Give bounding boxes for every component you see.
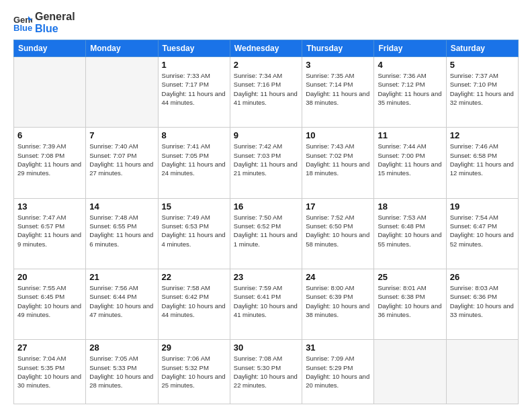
weekday-header-row: SundayMondayTuesdayWednesdayThursdayFrid…	[14, 40, 519, 57]
day-number: 3	[306, 60, 370, 70]
day-info: Sunrise: 7:53 AMSunset: 6:48 PMDaylight:…	[378, 213, 442, 248]
calendar-cell-15: 15Sunrise: 7:49 AMSunset: 6:53 PMDayligh…	[158, 198, 230, 269]
day-number: 9	[234, 130, 298, 140]
day-number: 14	[89, 201, 154, 212]
day-number: 28	[89, 342, 154, 353]
day-info: Sunrise: 7:47 AMSunset: 6:57 PMDaylight:…	[17, 213, 82, 248]
calendar-cell-4: 4Sunrise: 7:36 AMSunset: 7:12 PMDaylight…	[374, 57, 446, 128]
day-info: Sunrise: 7:39 AMSunset: 7:08 PMDaylight:…	[17, 142, 82, 177]
calendar-cell-30: 30Sunrise: 7:08 AMSunset: 5:30 PMDayligh…	[230, 340, 302, 404]
logo-line1: General	[35, 11, 75, 23]
day-number: 8	[162, 130, 226, 140]
calendar-cell-21: 21Sunrise: 7:56 AMSunset: 6:44 PMDayligh…	[86, 269, 158, 339]
page: General Blue General Blue SundayMondayTu…	[0, 0, 532, 411]
day-info: Sunrise: 7:56 AMSunset: 6:44 PMDaylight:…	[89, 283, 154, 319]
day-number: 13	[17, 201, 82, 212]
day-info: Sunrise: 7:46 AMSunset: 6:58 PMDaylight:…	[450, 142, 515, 177]
calendar-cell-20: 20Sunrise: 7:55 AMSunset: 6:45 PMDayligh…	[14, 269, 86, 339]
logo-icon: General Blue	[13, 13, 32, 32]
day-info: Sunrise: 7:05 AMSunset: 5:33 PMDaylight:…	[89, 354, 154, 390]
day-number: 20	[17, 272, 82, 282]
weekday-header-friday: Friday	[374, 40, 446, 57]
calendar-cell-28: 28Sunrise: 7:05 AMSunset: 5:33 PMDayligh…	[86, 340, 158, 404]
calendar-cell-2: 2Sunrise: 7:34 AMSunset: 7:16 PMDaylight…	[230, 57, 302, 128]
day-info: Sunrise: 7:04 AMSunset: 5:35 PMDaylight:…	[17, 354, 82, 390]
calendar-cell-8: 8Sunrise: 7:41 AMSunset: 7:05 PMDaylight…	[158, 128, 230, 198]
day-number: 11	[378, 130, 442, 140]
calendar-cell-27: 27Sunrise: 7:04 AMSunset: 5:35 PMDayligh…	[14, 340, 86, 404]
day-number: 10	[306, 130, 370, 140]
day-number: 1	[162, 60, 226, 70]
day-info: Sunrise: 8:01 AMSunset: 6:38 PMDaylight:…	[378, 283, 442, 319]
weekday-header-thursday: Thursday	[302, 40, 374, 57]
week-row-4: 20Sunrise: 7:55 AMSunset: 6:45 PMDayligh…	[14, 269, 519, 339]
day-info: Sunrise: 8:03 AMSunset: 6:36 PMDaylight:…	[450, 283, 515, 319]
day-number: 26	[450, 272, 515, 282]
calendar-cell-18: 18Sunrise: 7:53 AMSunset: 6:48 PMDayligh…	[374, 198, 446, 269]
calendar-cell-25: 25Sunrise: 8:01 AMSunset: 6:38 PMDayligh…	[374, 269, 446, 339]
calendar-cell-29: 29Sunrise: 7:06 AMSunset: 5:32 PMDayligh…	[158, 340, 230, 404]
day-info: Sunrise: 7:06 AMSunset: 5:32 PMDaylight:…	[162, 354, 226, 390]
day-info: Sunrise: 7:44 AMSunset: 7:00 PMDaylight:…	[378, 142, 442, 177]
calendar-cell-11: 11Sunrise: 7:44 AMSunset: 7:00 PMDayligh…	[374, 128, 446, 198]
calendar-cell-3: 3Sunrise: 7:35 AMSunset: 7:14 PMDaylight…	[302, 57, 374, 128]
day-info: Sunrise: 7:43 AMSunset: 7:02 PMDaylight:…	[306, 142, 370, 177]
logo-line2: Blue	[35, 23, 75, 35]
day-info: Sunrise: 8:00 AMSunset: 6:39 PMDaylight:…	[306, 283, 370, 319]
day-number: 29	[162, 342, 226, 353]
day-number: 24	[306, 272, 370, 282]
calendar-cell-31: 31Sunrise: 7:09 AMSunset: 5:29 PMDayligh…	[302, 340, 374, 404]
calendar-cell-empty	[86, 57, 158, 128]
calendar-cell-23: 23Sunrise: 7:59 AMSunset: 6:41 PMDayligh…	[230, 269, 302, 339]
day-info: Sunrise: 7:35 AMSunset: 7:14 PMDaylight:…	[306, 71, 370, 107]
calendar-cell-empty	[374, 340, 446, 404]
day-number: 18	[378, 201, 442, 212]
day-number: 30	[234, 342, 298, 353]
day-info: Sunrise: 7:08 AMSunset: 5:30 PMDaylight:…	[234, 354, 298, 390]
weekday-header-sunday: Sunday	[14, 40, 86, 57]
calendar-cell-13: 13Sunrise: 7:47 AMSunset: 6:57 PMDayligh…	[14, 198, 86, 269]
day-number: 31	[306, 342, 370, 353]
calendar-cell-empty	[14, 57, 86, 128]
calendar-cell-6: 6Sunrise: 7:39 AMSunset: 7:08 PMDaylight…	[14, 128, 86, 198]
day-number: 23	[234, 272, 298, 282]
calendar-cell-5: 5Sunrise: 7:37 AMSunset: 7:10 PMDaylight…	[446, 57, 518, 128]
day-number: 15	[162, 201, 226, 212]
weekday-header-saturday: Saturday	[446, 40, 518, 57]
day-info: Sunrise: 7:09 AMSunset: 5:29 PMDaylight:…	[306, 354, 370, 390]
day-info: Sunrise: 7:33 AMSunset: 7:17 PMDaylight:…	[162, 71, 226, 107]
week-row-1: 1Sunrise: 7:33 AMSunset: 7:17 PMDaylight…	[14, 57, 519, 128]
calendar-cell-16: 16Sunrise: 7:50 AMSunset: 6:52 PMDayligh…	[230, 198, 302, 269]
day-number: 27	[17, 342, 82, 353]
day-number: 17	[306, 201, 370, 212]
day-number: 12	[450, 130, 515, 140]
day-number: 2	[234, 60, 298, 70]
day-number: 4	[378, 60, 442, 70]
day-info: Sunrise: 7:40 AMSunset: 7:07 PMDaylight:…	[89, 142, 154, 177]
day-info: Sunrise: 7:42 AMSunset: 7:03 PMDaylight:…	[234, 142, 298, 177]
calendar-cell-10: 10Sunrise: 7:43 AMSunset: 7:02 PMDayligh…	[302, 128, 374, 198]
header: General Blue General Blue	[13, 11, 519, 34]
calendar-cell-7: 7Sunrise: 7:40 AMSunset: 7:07 PMDaylight…	[86, 128, 158, 198]
day-number: 16	[234, 201, 298, 212]
day-info: Sunrise: 7:55 AMSunset: 6:45 PMDaylight:…	[17, 283, 82, 319]
calendar-cell-9: 9Sunrise: 7:42 AMSunset: 7:03 PMDaylight…	[230, 128, 302, 198]
day-info: Sunrise: 7:54 AMSunset: 6:47 PMDaylight:…	[450, 213, 515, 248]
svg-text:Blue: Blue	[13, 23, 32, 32]
calendar-cell-12: 12Sunrise: 7:46 AMSunset: 6:58 PMDayligh…	[446, 128, 518, 198]
day-info: Sunrise: 7:52 AMSunset: 6:50 PMDaylight:…	[306, 213, 370, 248]
calendar-cell-24: 24Sunrise: 8:00 AMSunset: 6:39 PMDayligh…	[302, 269, 374, 339]
weekday-header-tuesday: Tuesday	[158, 40, 230, 57]
calendar-cell-17: 17Sunrise: 7:52 AMSunset: 6:50 PMDayligh…	[302, 198, 374, 269]
weekday-header-wednesday: Wednesday	[230, 40, 302, 57]
day-number: 5	[450, 60, 515, 70]
day-number: 7	[89, 130, 154, 140]
day-info: Sunrise: 7:37 AMSunset: 7:10 PMDaylight:…	[450, 71, 515, 107]
day-number: 21	[89, 272, 154, 282]
calendar-cell-1: 1Sunrise: 7:33 AMSunset: 7:17 PMDaylight…	[158, 57, 230, 128]
day-info: Sunrise: 7:41 AMSunset: 7:05 PMDaylight:…	[162, 142, 226, 177]
day-number: 25	[378, 272, 442, 282]
calendar-cell-26: 26Sunrise: 8:03 AMSunset: 6:36 PMDayligh…	[446, 269, 518, 339]
day-info: Sunrise: 7:36 AMSunset: 7:12 PMDaylight:…	[378, 71, 442, 107]
day-number: 19	[450, 201, 515, 212]
